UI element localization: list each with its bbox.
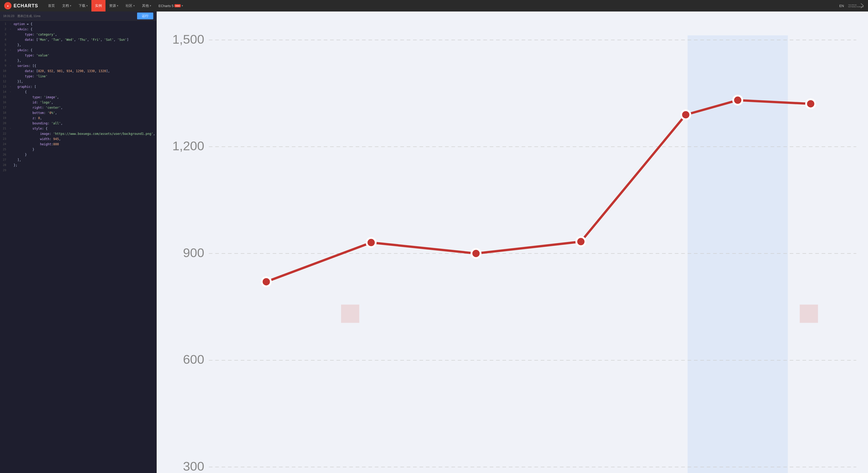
code-line: 5 }, [0, 42, 156, 48]
line-toggle[interactable]: - [8, 126, 12, 131]
line-toggle [8, 121, 12, 126]
line-toggle[interactable]: - [8, 63, 12, 69]
new-badge: new [175, 4, 181, 7]
line-toggle [8, 168, 12, 173]
code-line: 9- series: [{ [0, 63, 156, 69]
code-editor[interactable]: 1-option = {2- xAxis: {3 type: 'category… [0, 21, 156, 473]
line-number: 6 [0, 48, 8, 53]
code-line: 27 ], [0, 157, 156, 163]
line-number: 26 [0, 152, 8, 157]
line-number: 21 [0, 126, 8, 131]
line-toggle [8, 142, 12, 147]
datapoint-tue [367, 238, 376, 247]
line-toggle [8, 157, 12, 163]
nav-examples[interactable]: 实例 [91, 0, 105, 11]
code-line: 19 z: 0, [0, 116, 156, 121]
line-toggle [8, 53, 12, 58]
line-toggle [8, 163, 12, 168]
line-content: data: [820, 932, 901, 934, 1290, 1330, 1… [12, 69, 156, 74]
line-content: id: 'logo', [12, 100, 156, 105]
chart-panel: 0 300 600 900 1,200 1,500 Mon Tue Wed Th… [157, 11, 868, 473]
code-line: 24 height:800 [0, 142, 156, 147]
line-number: 20 [0, 121, 8, 126]
line-number: 12 [0, 79, 8, 84]
chevron-down-icon: ▾ [182, 4, 183, 7]
code-line: 13- graphic: [ [0, 84, 156, 90]
line-content: data: ['Mon', 'Tue', 'Wed', 'Thu', 'Fri'… [12, 37, 156, 42]
line-toggle [8, 137, 12, 142]
line-number: 19 [0, 116, 8, 121]
line-toggle [8, 152, 12, 157]
y-label-300: 300 [183, 459, 205, 473]
line-content: graphic: [ [12, 84, 156, 90]
navbar: ● ECHARTS 首页 文档 ▾ 下载 ▾ 实例 资源 ▾ 社区 ▾ 其他 ▾… [0, 0, 868, 11]
line-number: 13 [0, 84, 8, 90]
line-content: bounding: 'all', [12, 121, 156, 126]
line-number: 8 [0, 58, 8, 63]
code-line: 7 type: 'value' [0, 53, 156, 58]
y-label-600: 600 [183, 352, 205, 366]
y-label-1500: 1,500 [172, 32, 204, 46]
line-content: type: 'line' [12, 74, 156, 79]
line-toggle[interactable]: - [8, 90, 12, 95]
line-content: right: 'center', [12, 105, 156, 111]
line-toggle[interactable]: - [8, 84, 12, 90]
line-content: }, [12, 58, 156, 63]
logo[interactable]: ● ECHARTS [4, 2, 38, 9]
nav-home[interactable]: 首页 [44, 0, 59, 11]
line-toggle [8, 58, 12, 63]
line-number: 24 [0, 142, 8, 147]
line-toggle [8, 131, 12, 137]
main-layout: 18:31:23 图表已生成, 11ms 运行 1-option = {2- x… [0, 11, 868, 473]
datapoint-thu [576, 237, 585, 246]
line-content: series: [{ [12, 63, 156, 69]
code-line: 11 type: 'line' [0, 74, 156, 79]
line-toggle[interactable]: - [8, 48, 12, 53]
code-line: 16 id: 'logo', [0, 100, 156, 105]
line-content: { [12, 90, 156, 95]
line-toggle[interactable]: - [8, 27, 12, 32]
code-line: 21- style: { [0, 126, 156, 131]
datapoint-mon [262, 277, 271, 287]
line-number: 11 [0, 74, 8, 79]
nav-docs[interactable]: 文档 ▾ [59, 0, 75, 11]
line-content: } [12, 152, 156, 157]
y-label-900: 900 [183, 246, 205, 260]
line-number: 18 [0, 111, 8, 116]
line-content: xAxis: { [12, 27, 156, 32]
line-number: 28 [0, 163, 8, 168]
nav-other[interactable]: 其他 ▾ [138, 0, 155, 11]
nav-community[interactable]: 社区 ▾ [122, 0, 138, 11]
line-toggle [8, 79, 12, 84]
status-text: 18:31:23 图表已生成, 11ms [3, 14, 40, 18]
line-content: type: 'category', [12, 32, 156, 37]
code-line: 17 right: 'center', [0, 105, 156, 111]
code-line: 1-option = { [0, 22, 156, 27]
code-line: 10 data: [820, 932, 901, 934, 1290, 1330… [0, 69, 156, 74]
nav-resources[interactable]: 资源 ▾ [105, 0, 122, 11]
line-number: 16 [0, 100, 8, 105]
line-number: 25 [0, 147, 8, 152]
line-content: option = { [12, 22, 156, 27]
line-content: image: 'https://www.boxuegu.com/assets/u… [12, 131, 156, 137]
code-line: 6- yAxis: { [0, 48, 156, 53]
nav-echarts5[interactable]: ECharts 5 new ▾ [155, 0, 187, 11]
lang-switch[interactable]: EN [839, 4, 844, 8]
line-toggle[interactable]: - [8, 22, 12, 27]
code-line: 14- { [0, 90, 156, 95]
line-content: ], [12, 157, 156, 163]
nav-download[interactable]: 下载 ▾ [75, 0, 91, 11]
code-line: 18 bottom: '0%', [0, 111, 156, 116]
line-number: 29 [0, 168, 8, 173]
line-toggle [8, 42, 12, 48]
code-line: 12 }], [0, 79, 156, 84]
code-line: 3 type: 'category', [0, 32, 156, 37]
datapoint-wed [471, 249, 480, 258]
timestamp: 18:31:23 [3, 14, 14, 18]
run-button[interactable]: 运行 [137, 12, 153, 19]
line-content: bottom: '0%', [12, 111, 156, 116]
deco-rect-2 [800, 305, 818, 323]
code-panel: 18:31:23 图表已生成, 11ms 运行 1-option = {2- x… [0, 11, 157, 473]
line-toggle [8, 111, 12, 116]
line-number: 15 [0, 95, 8, 100]
